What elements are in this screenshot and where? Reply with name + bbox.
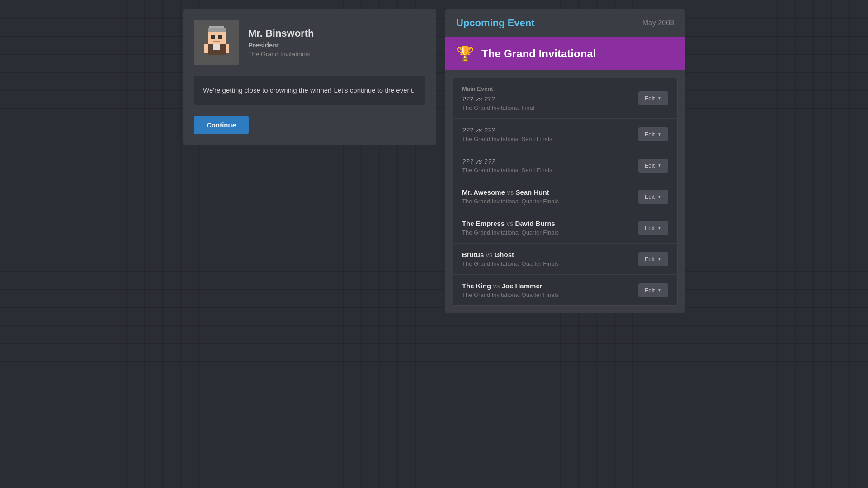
match-row: ??? vs ???The Grand Invitational Semi Fi… xyxy=(453,150,677,181)
event-date: May 2003 xyxy=(642,19,674,27)
profile-info: Mr. Binsworth President The Grand Invita… xyxy=(248,28,314,58)
chevron-down-icon: ▼ xyxy=(657,163,662,168)
match-type: The Grand Invitational Final xyxy=(462,104,638,111)
avatar xyxy=(194,20,239,65)
match-row: Brutus vs GhostThe Grand Invitational Qu… xyxy=(453,244,677,275)
continue-button[interactable]: Continue xyxy=(194,116,249,134)
match-row: Mr. Awesome vs Sean HuntThe Grand Invita… xyxy=(453,181,677,212)
edit-button[interactable]: Edit ▼ xyxy=(638,159,668,173)
match-fighters: Brutus vs Ghost xyxy=(462,251,638,258)
profile-section: Mr. Binsworth President The Grand Invita… xyxy=(194,20,425,65)
chevron-down-icon: ▼ xyxy=(657,257,662,262)
chevron-down-icon: ▼ xyxy=(657,225,662,230)
match-row: The King vs Joe HammerThe Grand Invitati… xyxy=(453,275,677,305)
match-info: Main Event??? vs ???The Grand Invitation… xyxy=(462,85,638,111)
message-box: We're getting close to crowning the winn… xyxy=(194,76,425,105)
chevron-down-icon: ▼ xyxy=(657,132,662,137)
match-row: The Empress vs David BurnsThe Grand Invi… xyxy=(453,212,677,244)
chevron-down-icon: ▼ xyxy=(657,288,662,293)
profile-name: Mr. Binsworth xyxy=(248,28,314,39)
edit-button[interactable]: Edit ▼ xyxy=(638,221,668,235)
chevron-down-icon: ▼ xyxy=(657,96,662,101)
edit-button[interactable]: Edit ▼ xyxy=(638,190,668,204)
edit-button[interactable]: Edit ▼ xyxy=(638,283,668,297)
event-title-text: The Grand Invitational xyxy=(481,47,596,60)
match-info: Mr. Awesome vs Sean HuntThe Grand Invita… xyxy=(462,188,638,205)
match-fighters: ??? vs ??? xyxy=(462,157,638,165)
match-fighters: ??? vs ??? xyxy=(462,126,638,134)
match-fighters: The Empress vs David Burns xyxy=(462,220,638,227)
match-type: The Grand Invitational Quarter Finals xyxy=(462,291,638,298)
match-fighters: Mr. Awesome vs Sean Hunt xyxy=(462,188,638,196)
character-sprite xyxy=(198,24,235,61)
match-type: The Grand Invitational Quarter Finals xyxy=(462,198,638,205)
event-title-bar: 🏆 The Grand Invitational xyxy=(445,37,685,70)
match-label: Main Event xyxy=(462,85,638,92)
svg-rect-5 xyxy=(213,41,220,42)
match-row: ??? vs ???The Grand Invitational Semi Fi… xyxy=(453,119,677,150)
matches-list: Main Event??? vs ???The Grand Invitation… xyxy=(453,78,678,306)
match-info: ??? vs ???The Grand Invitational Semi Fi… xyxy=(462,126,638,142)
right-panel: Upcoming Event May 2003 🏆 The Grand Invi… xyxy=(445,9,685,313)
edit-button[interactable]: Edit ▼ xyxy=(638,91,668,105)
svg-rect-4 xyxy=(218,35,222,39)
match-info: The Empress vs David BurnsThe Grand Invi… xyxy=(462,220,638,236)
match-fighters: ??? vs ??? xyxy=(462,95,638,103)
edit-button[interactable]: Edit ▼ xyxy=(638,127,668,141)
left-panel: Mr. Binsworth President The Grand Invita… xyxy=(183,9,436,145)
svg-rect-7 xyxy=(213,44,220,50)
match-row: Main Event??? vs ???The Grand Invitation… xyxy=(453,78,677,119)
trophy-icon: 🏆 xyxy=(456,45,474,62)
match-info: The King vs Joe HammerThe Grand Invitati… xyxy=(462,282,638,298)
chevron-down-icon: ▼ xyxy=(657,194,662,199)
svg-rect-8 xyxy=(204,44,208,53)
event-header: Upcoming Event May 2003 xyxy=(445,9,685,37)
profile-event: The Grand Invitational xyxy=(248,51,314,58)
upcoming-label: Upcoming Event xyxy=(456,17,535,29)
match-info: ??? vs ???The Grand Invitational Semi Fi… xyxy=(462,157,638,174)
match-fighters: The King vs Joe Hammer xyxy=(462,282,638,290)
message-text: We're getting close to crowning the winn… xyxy=(203,85,416,96)
match-type: The Grand Invitational Semi Finals xyxy=(462,167,638,174)
match-info: Brutus vs GhostThe Grand Invitational Qu… xyxy=(462,251,638,267)
svg-rect-3 xyxy=(211,35,215,39)
svg-rect-9 xyxy=(226,44,229,53)
match-type: The Grand Invitational Semi Finals xyxy=(462,136,638,142)
match-type: The Grand Invitational Quarter Finals xyxy=(462,229,638,236)
match-type: The Grand Invitational Quarter Finals xyxy=(462,260,638,267)
profile-role: President xyxy=(248,41,314,49)
edit-button[interactable]: Edit ▼ xyxy=(638,252,668,266)
